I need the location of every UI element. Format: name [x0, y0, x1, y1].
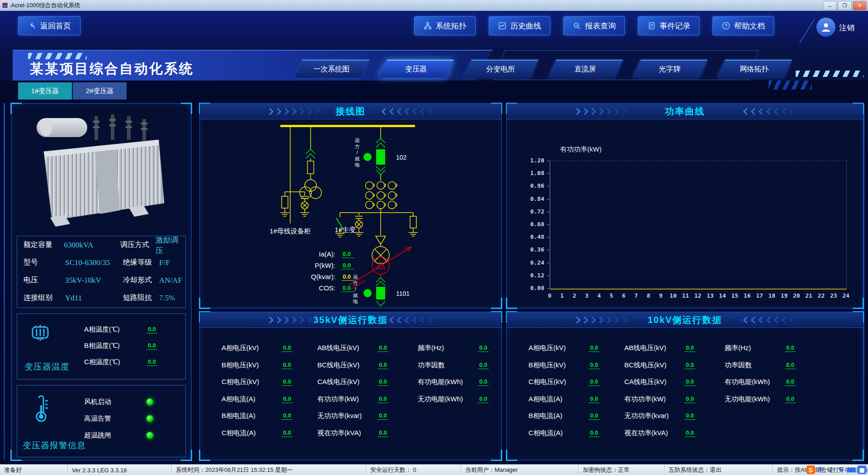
breaker-1101[interactable]: [363, 278, 385, 306]
measurement-label: A相电流(A): [222, 395, 282, 404]
measurement-value: 0.0: [478, 344, 489, 352]
measurement-column: A相电压(kV)0.0B相电压(kV)0.0C相电压(kV)0.0A相电流(A)…: [222, 340, 317, 442]
slash-decoration: [796, 71, 863, 77]
measurement-value: 0.0: [589, 395, 599, 403]
measurement-row: A相电流(A)0.0: [222, 391, 317, 408]
measurement-row: A相电流(A)0.0: [528, 391, 624, 408]
y-axis-tick-label: 1.08: [521, 170, 544, 176]
spec-label: 调压方式: [120, 240, 156, 250]
back-home-button[interactable]: 返回首页: [18, 16, 80, 35]
alarm-label: 高温告警: [84, 414, 138, 423]
x-axis-tick-label: 0: [544, 292, 556, 299]
measurement-row: 视在功率(kVA)0.0: [624, 425, 725, 442]
statusbar: 准备好Ver 2.3.3 LEG 3.3.18系统时间：2023年08月21日 …: [0, 464, 868, 475]
measurement-row: 无功功率(kvar)0.0: [317, 408, 418, 425]
power-chart: 有功功率(kW) 1.201.080.960.840.720.600.480.3…: [507, 119, 863, 308]
x-axis-tick-label: 17: [754, 292, 765, 299]
x-axis-tick-label: 2: [569, 292, 580, 299]
subtab-transformer-2[interactable]: 2#变压器: [73, 82, 127, 100]
measurement-grid: A相电压(kV)0.0B相电压(kV)0.0C相电压(kV)0.0A相电流(A)…: [200, 328, 501, 442]
measurement-value: 0.0: [589, 378, 599, 386]
breaker-102[interactable]: [363, 138, 385, 175]
frame-line-left: [4, 103, 5, 460]
page-tab[interactable]: 光字牌: [632, 60, 708, 78]
nav-button-help-docs[interactable]: ? 帮助文档: [712, 16, 774, 35]
status-segment: Ver 2.3.3 LEG 3.3.18: [67, 465, 171, 475]
ime-keyboard-icon[interactable]: ⌨: [847, 466, 856, 474]
measurement-label: Q(kvar):: [311, 273, 335, 280]
corner-bracket: [853, 450, 864, 461]
corner-bracket: [506, 450, 517, 461]
ime-toolbox-icon[interactable]: ▦: [858, 466, 866, 474]
svg-text:?: ?: [725, 24, 727, 28]
alarm-label: 超温跳闸: [84, 431, 138, 440]
spec-value: SC10-6300/35: [65, 258, 123, 267]
spec-label: 冷却形式: [123, 276, 159, 285]
measurement-label: BC线电压(kV): [624, 361, 684, 370]
close-button[interactable]: ✕: [853, 1, 867, 10]
page-tab-label: 一次系统图: [314, 65, 350, 74]
chevrons-right-icon: [268, 318, 319, 323]
corner-bracket: [199, 298, 210, 309]
measurement-value: 0.0: [589, 344, 599, 352]
panel-title: 功率曲线: [665, 105, 705, 118]
sogou-icon[interactable]: S: [807, 466, 815, 474]
nav-button-report-query[interactable]: 报表查询: [563, 16, 625, 35]
measurement-value: 0.0: [377, 395, 388, 403]
nav-button-history-curve[interactable]: 历史曲线: [489, 16, 550, 35]
topology-icon: [423, 21, 432, 30]
breaker-102-label: 102: [396, 154, 407, 161]
measurement-label: 有功功率(kW): [624, 395, 684, 404]
measurement-row: B相电流(A)0.0: [222, 408, 317, 425]
spec-label: 电压: [24, 276, 65, 285]
y-axis-tick: [547, 263, 549, 263]
main-transformer-label: 1#主变: [335, 226, 356, 233]
page-tab[interactable]: 分变电所: [463, 60, 538, 78]
measurement-label: 频率(Hz): [725, 344, 785, 352]
measurement-label: 功率因数: [725, 361, 785, 370]
subtab-transformer-1[interactable]: 1#变压器: [18, 82, 72, 100]
measurement-value: 0.0: [377, 412, 388, 420]
measurement-value: 0.0: [684, 412, 695, 420]
y-axis-tick: [547, 250, 549, 250]
measurement-column: 频率(Hz)0.0功率因数0.0有功电能(kWh)0.0无功电能(kWh)0.0: [725, 340, 857, 442]
ime-punctuation-icon[interactable]: ，: [827, 466, 835, 474]
nav-button-topology[interactable]: 系统拓扑: [414, 16, 476, 35]
measurement-block: Ia(A): P(kW): Q(kvar): COS:: [311, 250, 335, 292]
page-tab-label: 光字牌: [659, 65, 681, 74]
measurement-value: 0.0: [478, 361, 489, 369]
user-avatar[interactable]: [816, 18, 835, 37]
temperature-row: B相温度(℃) 0.0: [84, 337, 157, 354]
y-axis-tick-label: 0.60: [521, 221, 544, 228]
spec-label: 绝缘等级: [123, 258, 159, 267]
ct-group: [366, 182, 397, 209]
page-tab[interactable]: 一次系统图: [294, 60, 369, 78]
event-log-icon: [647, 21, 656, 30]
maximize-button[interactable]: ❐: [838, 1, 852, 10]
page-title: 某某项目综合自动化系统: [30, 60, 194, 78]
spec-row: 电压 35kV-10kV 冷却形式 AN/AF: [24, 276, 185, 285]
ime-chinese-icon[interactable]: 中: [817, 466, 825, 474]
page-tab[interactable]: 变压器: [379, 60, 454, 78]
y-axis-tick-label: 0.48: [521, 233, 544, 240]
measurement-row: 功率因数0.0: [418, 357, 495, 374]
transformer-symbol: [349, 247, 411, 289]
nav-button-event-log[interactable]: 事件记录: [638, 16, 699, 35]
measurement-value: 0.0: [343, 285, 351, 291]
measurement-row: A相电压(kV)0.0: [528, 340, 624, 357]
measurement-label: 频率(Hz): [418, 344, 478, 352]
back-home-label: 返回首页: [40, 21, 71, 31]
bus-cabinet-label: 1#母线设备柜: [269, 227, 311, 235]
y-axis-tick: [547, 199, 549, 200]
measurement-value: 0.0: [282, 429, 292, 437]
page-tab[interactable]: 网络拓扑: [717, 60, 792, 78]
chevrons-left-icon: [382, 318, 434, 323]
minimize-button[interactable]: –: [823, 1, 837, 10]
window-titlebar: Acrel-1000综合自动化系统 – ❐ ✕: [0, 0, 868, 11]
y-axis-tick: [547, 161, 549, 161]
page-tab[interactable]: 直流屏: [548, 60, 623, 78]
measurement-value: 0.0: [282, 378, 292, 386]
logout-button[interactable]: 注销: [839, 23, 854, 33]
measurement-value: 0.0: [282, 361, 292, 369]
ime-pen-icon[interactable]: ✎: [837, 466, 845, 474]
